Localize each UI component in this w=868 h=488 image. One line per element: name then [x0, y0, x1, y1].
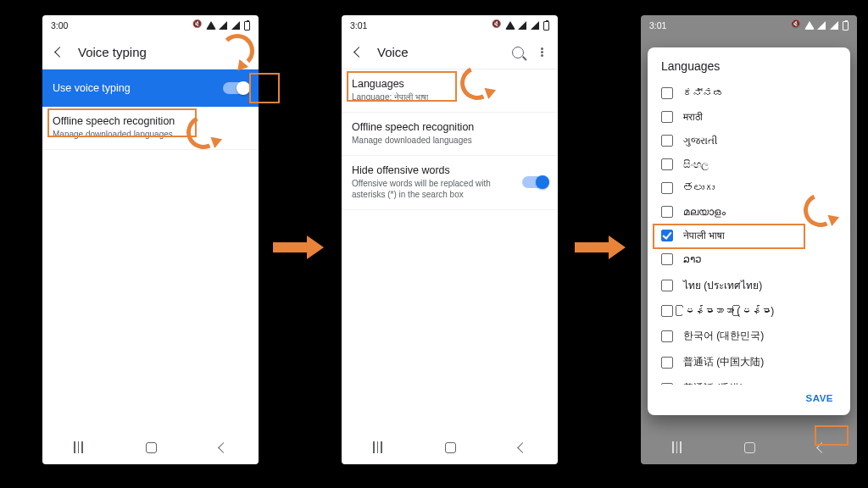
clock: 3:00	[51, 20, 68, 30]
language-label: 普通话 (中国大陆)	[683, 355, 764, 369]
nav-home-icon[interactable]	[744, 442, 755, 453]
offline-speech-title: Offline speech recognition	[53, 115, 248, 127]
signal-icon	[531, 21, 541, 30]
language-item[interactable]: မြန်မာဘာသာ (မြန်မာ)	[651, 299, 847, 323]
nav-recents-icon[interactable]	[74, 441, 83, 453]
offline-speech-row[interactable]: Offline speech recognition Manage downlo…	[42, 107, 259, 150]
nav-recents-icon[interactable]	[672, 441, 682, 453]
checkbox-icon[interactable]	[661, 330, 673, 342]
language-item[interactable]: తెలుగు	[651, 176, 847, 200]
wifi-icon	[505, 21, 515, 30]
step-arrow-icon	[575, 236, 626, 259]
save-button[interactable]: SAVE	[799, 390, 840, 407]
checkbox-icon[interactable]	[661, 135, 673, 147]
status-icons	[194, 21, 250, 30]
header: Voice typing	[42, 36, 259, 69]
use-voice-typing-toggle[interactable]	[223, 82, 248, 94]
phone-voice-typing: 3:00 Voice typing Use voice typing Offli…	[42, 15, 259, 464]
phone-languages-dialog: 3:01 Languages ಕನ್ನಡमराठीગુજરાતીසිංහලతెల…	[641, 15, 857, 464]
signal-icon	[518, 21, 528, 30]
language-label: ไทย (ประเทศไทย)	[683, 277, 762, 293]
system-navbar	[641, 430, 857, 464]
hide-offensive-title: Hide offensive words	[352, 164, 514, 176]
signal-icon	[830, 21, 840, 30]
language-item[interactable]: 普通話 (香港)	[651, 375, 847, 385]
back-icon[interactable]	[352, 46, 365, 59]
language-label: ລາວ	[683, 253, 702, 265]
back-icon[interactable]	[53, 46, 66, 59]
language-item[interactable]: ไทย (ประเทศไทย)	[651, 271, 847, 299]
page-title: Voice	[377, 45, 409, 59]
language-label: မြန်မာဘာသာ (မြန်မာ)	[683, 305, 774, 317]
checkbox-icon[interactable]	[661, 305, 673, 317]
header: Voice	[342, 36, 558, 69]
phone-voice-settings: 3:01 Voice Languages Language: नेपाली भा…	[342, 15, 558, 464]
signal-icon	[231, 21, 242, 30]
language-label: සිංහල	[683, 158, 709, 170]
checkbox-icon[interactable]	[661, 253, 673, 265]
system-navbar	[342, 430, 558, 464]
nav-home-icon[interactable]	[445, 442, 456, 453]
languages-sub: Language: नेपाली भाषा	[352, 92, 548, 103]
language-item[interactable]: ಕನ್ನಡ	[651, 81, 847, 105]
language-item[interactable]: मराठी	[651, 105, 847, 129]
nav-home-icon[interactable]	[146, 442, 157, 453]
hide-offensive-row[interactable]: Hide offensive words Offensive words wil…	[342, 156, 558, 210]
nav-back-icon[interactable]	[816, 442, 827, 453]
use-voice-typing-row[interactable]: Use voice typing	[42, 69, 259, 107]
language-item[interactable]: 한국어 (대한민국)	[651, 323, 847, 349]
checkbox-icon[interactable]	[661, 182, 673, 194]
language-item[interactable]: नेपाली भाषा	[651, 224, 847, 247]
hide-offensive-sub: Offensive words will be replaced with as…	[352, 178, 514, 200]
page-title: Voice typing	[78, 45, 147, 59]
languages-dialog: Languages ಕನ್ನಡमराठीગુજરાતીසිංහලతెలుగుമല…	[648, 47, 850, 415]
clock: 3:01	[350, 20, 367, 30]
checkbox-icon[interactable]	[661, 206, 673, 218]
language-label: मराठी	[683, 111, 703, 123]
battery-icon	[843, 21, 849, 30]
system-navbar	[42, 430, 259, 464]
hide-offensive-toggle[interactable]	[522, 176, 548, 188]
language-item[interactable]: മലയാളം	[651, 200, 847, 224]
checkbox-icon[interactable]	[661, 111, 673, 123]
language-list[interactable]: ಕನ್ನಡमराठीગુજરાતીසිංහලతెలుగుമലയാളംनेपाली…	[651, 81, 847, 385]
checkbox-icon[interactable]	[661, 383, 673, 385]
offline-speech-sub: Manage downloaded languages	[53, 129, 248, 140]
languages-row[interactable]: Languages Language: नेपाली भाषा	[342, 69, 558, 113]
offline-speech-title: Offline speech recognition	[352, 121, 548, 133]
more-icon[interactable]	[536, 47, 548, 58]
language-item[interactable]: 普通话 (中国大陆)	[651, 349, 847, 375]
nav-back-icon[interactable]	[517, 442, 528, 453]
language-item[interactable]: සිංහල	[651, 152, 847, 176]
status-bar: 3:01	[342, 15, 558, 36]
step-arrow-icon	[273, 236, 324, 259]
language-label: 한국어 (대한민국)	[683, 329, 764, 343]
checkbox-icon[interactable]	[661, 87, 673, 99]
use-voice-typing-label: Use voice typing	[53, 82, 131, 94]
wifi-icon	[206, 21, 216, 30]
status-icons	[793, 21, 849, 30]
language-label: ಕನ್ನಡ	[683, 87, 724, 99]
language-label: नेपाली भाषा	[683, 230, 725, 241]
status-bar: 3:00	[42, 15, 259, 36]
status-bar: 3:01	[641, 15, 857, 36]
mute-icon	[493, 21, 503, 30]
dialog-title: Languages	[651, 59, 847, 81]
clock: 3:01	[649, 20, 666, 30]
search-icon[interactable]	[512, 47, 524, 58]
checkbox-icon[interactable]	[661, 158, 673, 170]
checkbox-icon[interactable]	[661, 357, 673, 369]
checkbox-icon[interactable]	[661, 230, 673, 241]
mute-icon	[194, 21, 203, 30]
nav-recents-icon[interactable]	[373, 441, 382, 453]
status-icons	[493, 21, 549, 30]
languages-title: Languages	[352, 78, 548, 90]
offline-speech-row[interactable]: Offline speech recognition Manage downlo…	[342, 113, 558, 156]
nav-back-icon[interactable]	[218, 442, 229, 453]
language-item[interactable]: ગુજરાતી	[651, 129, 847, 152]
signal-icon	[219, 21, 229, 30]
mute-icon	[793, 21, 802, 30]
language-label: മലയാളം	[683, 206, 726, 218]
language-item[interactable]: ລາວ	[651, 247, 847, 271]
checkbox-icon[interactable]	[661, 280, 673, 291]
